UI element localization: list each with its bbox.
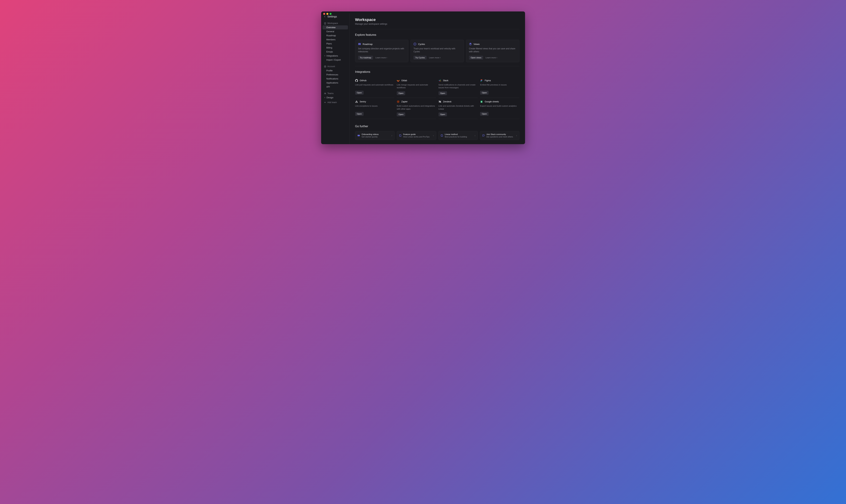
sidebar-item-notifications[interactable]: Notifications (323, 77, 348, 81)
sidebar-section-label: Teams (327, 92, 334, 95)
chevron-right-icon: › (516, 134, 517, 137)
integration-desc: Send notifications to channels and creat… (438, 83, 477, 89)
maximize-window-icon[interactable] (329, 13, 331, 15)
open-views-button[interactable]: Open views (469, 56, 483, 59)
sidebar-item-integrations[interactable]: Integrations (323, 54, 348, 58)
sidebar-item-profile[interactable]: Profile (323, 69, 348, 73)
map-icon (358, 43, 361, 46)
page-title: Workspace (355, 17, 519, 22)
sidebar-item-import-export[interactable]: Import / Export (323, 58, 348, 62)
learn-more-link[interactable]: Learn more (486, 56, 497, 59)
svg-point-3 (324, 93, 325, 93)
chat-icon (482, 134, 485, 137)
sidebar-section-label: Account (327, 65, 335, 68)
further-card-feature-guide[interactable]: Feature guide How Linear works and ProTi… (397, 131, 436, 140)
page-subtitle: Manage your workspace settings (355, 23, 519, 25)
integration-sentry: Sentry Link exceptions to issues Open (355, 98, 394, 119)
open-gitlab-button[interactable]: Open (397, 91, 405, 95)
close-window-icon[interactable] (323, 13, 325, 15)
feature-desc: Track your team's workload and velocity … (413, 47, 461, 53)
sidebar-item-team-design[interactable]: Design (323, 95, 348, 100)
learn-more-link[interactable]: Learn more (375, 56, 387, 59)
sidebar-item-roadmap[interactable]: Roadmap (323, 34, 348, 38)
sidebar-item-api[interactable]: API (323, 85, 348, 89)
open-github-button[interactable]: Open (355, 91, 364, 95)
sidebar: Settings Workspace Overview General Road… (321, 13, 349, 144)
integration-desc: Build custom automations and integration… (397, 105, 435, 110)
sidebar-item-billing[interactable]: Billing (323, 46, 348, 50)
sidebar-item-general[interactable]: General (323, 30, 348, 34)
open-zapier-button[interactable]: Open (397, 112, 405, 116)
integration-name: Sentry (360, 101, 366, 103)
app-window: Settings Workspace Overview General Road… (321, 12, 525, 144)
integration-desc: Embed file previews in issues (480, 83, 519, 89)
sidebar-item-applications[interactable]: Applications (323, 81, 348, 85)
further-sub: Best practices for building (445, 136, 473, 138)
svg-rect-8 (440, 81, 441, 81)
settings-header: Settings (323, 14, 348, 20)
further-title: Onboarding videos (362, 133, 390, 136)
settings-title: Settings (327, 15, 337, 18)
integration-zendesk: Zendesk Link and automate Zendesk ticket… (438, 98, 478, 119)
sentry-icon (355, 100, 358, 103)
open-google-sheets-button[interactable]: Open (480, 112, 489, 116)
back-icon[interactable] (324, 15, 326, 18)
feature-card-views: Views Create filtered views that you can… (466, 40, 519, 62)
sidebar-section-account: Account (323, 64, 348, 69)
try-roadmap-button[interactable]: Try roadmap (358, 56, 373, 59)
integration-name: Google sheets (485, 101, 499, 103)
open-figma-button[interactable]: Open (480, 91, 489, 95)
sidebar-item-emojis[interactable]: Emojis (323, 50, 348, 54)
sidebar-section-workspace: Workspace (323, 21, 348, 25)
user-icon (324, 66, 326, 68)
gitlab-icon (397, 79, 399, 82)
minimize-window-icon[interactable] (326, 13, 328, 15)
add-team-button[interactable]: Add team (323, 100, 348, 105)
feature-row: Roadmap Set company direction and organi… (355, 40, 519, 62)
feature-title: Roadmap (363, 43, 373, 46)
chevron-right-icon: › (433, 134, 434, 137)
feature-desc: Create filtered views that you can save … (469, 47, 517, 53)
sidebar-item-preferences[interactable]: Preferences (323, 73, 348, 77)
integration-name: Zendesk (443, 101, 452, 103)
book-icon (399, 134, 401, 137)
sidebar-item-members[interactable]: Members (323, 38, 348, 41)
integrations-title: Integrations (355, 70, 519, 73)
further-title: Linear method (445, 133, 473, 136)
integration-slack: Slack Send notifications to channels and… (438, 77, 478, 98)
zendesk-icon (438, 100, 441, 103)
further-sub: How Linear works and ProTips (403, 136, 431, 138)
plus-icon (324, 101, 326, 104)
further-card-onboarding[interactable]: Onboarding videos Get started quickly › (355, 131, 395, 140)
further-card-slack-community[interactable]: Join Slack community Ask questions and m… (480, 131, 519, 140)
open-sentry-button[interactable]: Open (355, 112, 364, 116)
caret-right-icon (324, 55, 326, 56)
integration-name: Figma (485, 79, 491, 82)
integration-github: GitHub Link pull requests and automate w… (355, 77, 394, 98)
try-cycles-button[interactable]: Try Cycles (413, 56, 427, 59)
go-further-title: Go further (355, 125, 519, 128)
integrations-grid: GitHub Link pull requests and automate w… (355, 77, 519, 119)
people-icon (324, 92, 326, 95)
feature-title: Views (473, 43, 480, 46)
building-icon (324, 22, 326, 24)
svg-point-14 (481, 81, 481, 82)
learn-more-link[interactable]: Learn more (429, 56, 440, 59)
open-slack-button[interactable]: Open (438, 91, 447, 95)
sidebar-item-plans[interactable]: Plans (323, 41, 348, 46)
integration-name: Zapier (401, 101, 408, 103)
further-card-linear-method[interactable]: Linear method Best practices for buildin… (438, 131, 478, 140)
slack-icon (438, 79, 441, 82)
svg-point-12 (481, 80, 481, 81)
further-sub: Get started quickly (362, 136, 390, 138)
go-further-row: Onboarding videos Get started quickly › … (355, 131, 519, 140)
integration-name: Slack (443, 79, 449, 82)
further-sub: Ask questions and meet others (486, 136, 515, 138)
open-zendesk-button[interactable]: Open (438, 112, 447, 116)
sidebar-item-overview[interactable]: Overview (323, 25, 348, 30)
figma-icon (480, 79, 483, 82)
integration-gitlab: Gitlab Link merge requests and automate … (397, 77, 436, 98)
svg-point-10 (481, 79, 481, 80)
integration-desc: Link merge requests and automate workflo… (397, 83, 435, 89)
integration-name: Gitlab (401, 79, 407, 82)
